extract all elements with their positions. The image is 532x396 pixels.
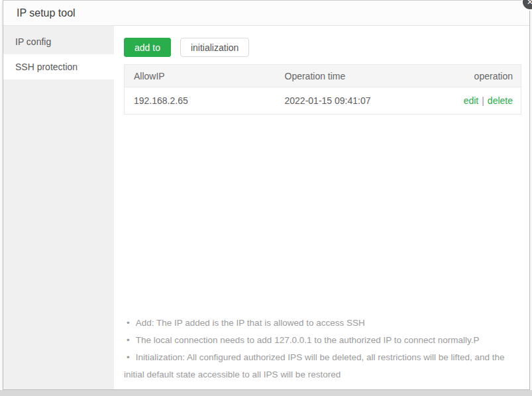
cell-actions: edit|delete xyxy=(442,87,521,115)
sidebar-item-ip-config[interactable]: IP config xyxy=(3,29,114,54)
column-header-allowip: AllowIP xyxy=(125,65,276,87)
initialization-button[interactable]: initialization xyxy=(180,38,249,57)
allow-ip-table: AllowIP Operation time operation 192.168… xyxy=(124,64,521,115)
table-row: 192.168.2.65 2022-01-15 09:41:07 edit|de… xyxy=(125,87,521,115)
cell-allow-ip: 192.168.2.65 xyxy=(125,87,276,115)
content-panel: add to initialization AllowIP Operation … xyxy=(114,26,529,389)
table-header-row: AllowIP Operation time operation xyxy=(125,65,521,87)
note-add: Add: The IP added is the IP that is allo… xyxy=(124,315,521,332)
cell-operation-time: 2022-01-15 09:41:07 xyxy=(276,87,442,115)
note-local-connection: The local connection needs to add 127.0.… xyxy=(124,332,521,349)
dialog-bottom-edge xyxy=(0,390,532,396)
dialog-titlebar: IP setup tool xyxy=(3,1,529,26)
note-initialization: Initialization: All configured authorize… xyxy=(124,349,521,383)
page-title: IP setup tool xyxy=(17,7,76,19)
sidebar-item-label: IP config xyxy=(15,36,51,47)
sidebar: IP config SSH protection xyxy=(3,26,114,389)
column-header-operation: operation xyxy=(442,65,521,87)
action-separator: | xyxy=(482,95,484,106)
notes-list: Add: The IP added is the IP that is allo… xyxy=(124,315,521,383)
sidebar-item-label: SSH protection xyxy=(15,62,78,72)
edit-link[interactable]: edit xyxy=(464,95,479,106)
delete-link[interactable]: delete xyxy=(488,95,513,106)
column-header-operation-time: Operation time xyxy=(276,65,442,87)
toolbar: add to initialization xyxy=(124,38,521,57)
ip-setup-dialog: IP setup tool IP config SSH protection a… xyxy=(3,0,530,390)
dialog-body: IP config SSH protection add to initiali… xyxy=(3,26,529,389)
close-icon: ✕ xyxy=(527,0,532,7)
sidebar-item-ssh-protection[interactable]: SSH protection xyxy=(3,54,114,79)
add-to-button[interactable]: add to xyxy=(124,38,171,57)
